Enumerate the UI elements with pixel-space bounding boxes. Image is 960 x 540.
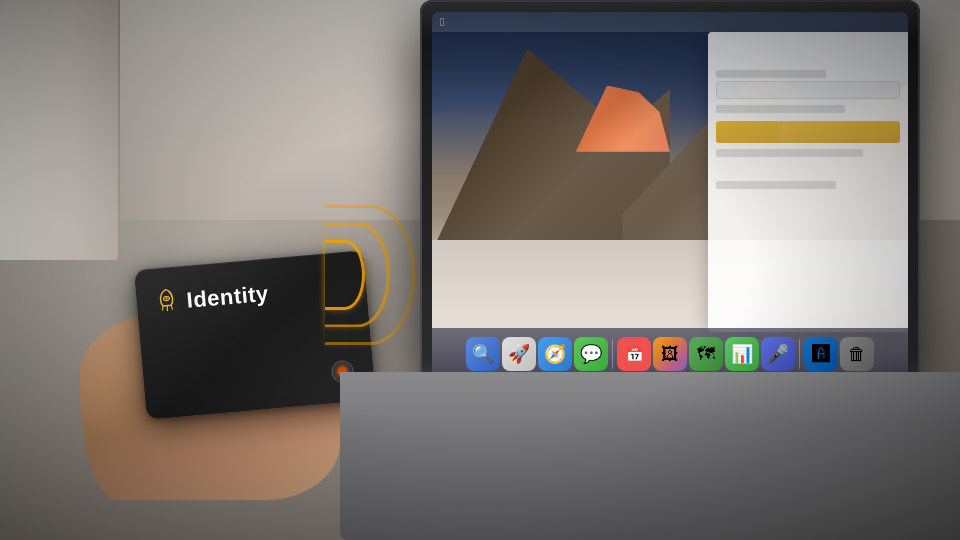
- browser-password-field[interactable]: [716, 81, 900, 99]
- browser-login-window: [708, 32, 908, 332]
- dock-keynote[interactable]: 🎤: [761, 337, 795, 371]
- browser-signin-button[interactable]: [716, 121, 900, 143]
- card-brand-text: Identity: [186, 281, 270, 314]
- macos-menubar: : [432, 12, 908, 32]
- dock-maps[interactable]: 🗺: [689, 337, 723, 371]
- dock-trash[interactable]: 🗑: [840, 337, 874, 371]
- laptop-body: MacBook Pro: [340, 372, 960, 540]
- browser-label-password: [716, 70, 826, 78]
- laptop-screen-bezel: : [420, 0, 920, 380]
- browser-content: [708, 32, 908, 231]
- laptop-display: : [432, 12, 908, 380]
- laptop-container: : [340, 0, 960, 540]
- dock-launchpad[interactable]: 🚀: [502, 337, 536, 371]
- dock-separator-2: [799, 339, 800, 369]
- browser-keep-signed-in: [716, 149, 863, 157]
- dock-safari[interactable]: 🧭: [538, 337, 572, 371]
- svg-point-1: [165, 297, 167, 299]
- dock-messages[interactable]: 💬: [574, 337, 608, 371]
- browser-forgot-password: [716, 105, 845, 113]
- dock-appstore[interactable]: 🅰: [804, 337, 838, 371]
- macos-screen: : [432, 12, 908, 380]
- svg-line-2: [162, 306, 163, 310]
- scene: Identity: [0, 0, 960, 540]
- apple-menu[interactable]: : [440, 15, 444, 29]
- svg-line-4: [171, 305, 172, 309]
- card-logo-icon: [151, 284, 181, 314]
- browser-create-account: [716, 181, 836, 189]
- dock-finder[interactable]: 🔍: [466, 337, 500, 371]
- dock-calendar[interactable]: 📅: [617, 337, 651, 371]
- dock-photos[interactable]: 🖼: [653, 337, 687, 371]
- dock-separator: [612, 339, 613, 369]
- dock-numbers[interactable]: 📊: [725, 337, 759, 371]
